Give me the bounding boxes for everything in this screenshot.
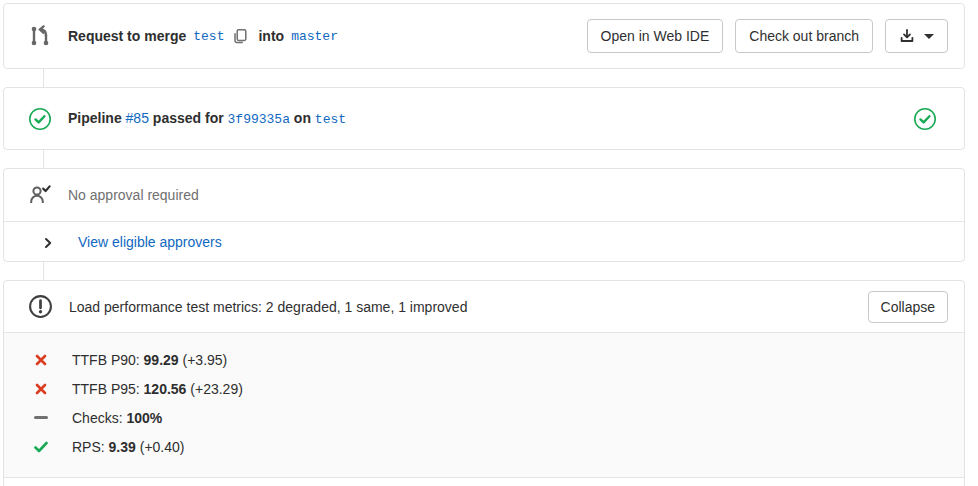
merge-header-card: Request to merge test into master Open i… — [3, 3, 965, 69]
ci-status-passed-icon[interactable] — [28, 107, 52, 131]
source-branch-link[interactable]: test — [193, 29, 224, 44]
metric-value: 100% — [126, 410, 162, 426]
metric-delta: (+3.95) — [183, 352, 228, 368]
checkout-branch-button[interactable]: Check out branch — [735, 19, 873, 53]
section-connector — [43, 262, 44, 280]
pipeline-card: Pipeline #85 passed for 3f99335a on test — [3, 87, 965, 150]
metric-text: TTFB P90: 99.29 (+3.95) — [72, 352, 227, 368]
metric-label: RPS: — [72, 439, 105, 455]
download-icon — [899, 28, 915, 44]
open-web-ide-button[interactable]: Open in Web IDE — [587, 19, 724, 53]
degraded-x-icon — [33, 381, 49, 397]
approvals-card: No approval required View eligible appro… — [3, 168, 965, 262]
pipeline-status-text: Pipeline #85 passed for 3f99335a on test — [68, 110, 346, 127]
same-dash-icon — [33, 410, 49, 426]
request-to-merge-label: Request to merge — [68, 28, 186, 44]
metric-row: TTFB P90: 99.29 (+3.95) — [4, 345, 964, 374]
approvers-toggle-row[interactable]: View eligible approvers — [4, 222, 964, 261]
metric-text: Checks: 100% — [72, 410, 162, 426]
metric-delta: (+23.29) — [190, 381, 243, 397]
metric-value: 99.29 — [144, 352, 179, 368]
metric-row: TTFB P95: 120.56 (+23.29) — [4, 374, 964, 403]
improved-check-icon — [33, 439, 49, 455]
pipeline-label: Pipeline — [68, 110, 122, 126]
load-performance-metrics: TTFB P90: 99.29 (+3.95) TTFB P95: 120.56… — [4, 333, 964, 478]
approval-status-text: No approval required — [68, 187, 199, 203]
load-performance-header: Load performance test metrics: 2 degrade… — [4, 281, 964, 333]
chevron-right-icon[interactable] — [42, 236, 54, 248]
metric-label: TTFB P95: — [72, 381, 140, 397]
metric-label: Checks: — [72, 410, 123, 426]
passed-for-label: passed for — [153, 110, 224, 126]
approval-user-check-icon — [28, 183, 52, 207]
metric-text: RPS: 9.39 (+0.40) — [72, 439, 184, 455]
mr-widget: Request to merge test into master Open i… — [0, 0, 978, 486]
pipeline-mini-status-icon[interactable] — [913, 107, 937, 131]
chevron-down-icon — [924, 34, 934, 39]
on-label: on — [294, 110, 311, 126]
section-connector — [43, 150, 44, 168]
commit-sha-link[interactable]: 3f99335a — [228, 112, 290, 127]
collapse-button[interactable]: Collapse — [868, 291, 948, 323]
alert-exclamation-icon — [28, 294, 53, 319]
download-dropdown-button[interactable] — [885, 19, 948, 53]
target-branch-link[interactable]: master — [291, 29, 338, 44]
metric-value: 9.39 — [109, 439, 136, 455]
merge-request-icon — [28, 24, 52, 48]
load-performance-summary: Load performance test metrics: 2 degrade… — [69, 299, 467, 315]
merge-title: Request to merge test into master — [68, 28, 338, 44]
section-connector — [43, 69, 44, 87]
copy-branch-icon[interactable] — [232, 28, 248, 44]
metric-delta: (+0.40) — [140, 439, 185, 455]
metric-value: 120.56 — [144, 381, 187, 397]
metric-row: RPS: 9.39 (+0.40) — [4, 432, 964, 461]
load-performance-card: Load performance test metrics: 2 degrade… — [3, 280, 965, 486]
metric-text: TTFB P95: 120.56 (+23.29) — [72, 381, 243, 397]
degraded-x-icon — [33, 352, 49, 368]
pipeline-branch-link[interactable]: test — [315, 112, 346, 127]
approval-status-row: No approval required — [4, 169, 964, 222]
metric-row: Checks: 100% — [4, 403, 964, 432]
view-eligible-approvers-link[interactable]: View eligible approvers — [78, 234, 222, 250]
into-label: into — [258, 28, 284, 44]
pipeline-id-link[interactable]: #85 — [126, 110, 149, 126]
metric-label: TTFB P90: — [72, 352, 140, 368]
